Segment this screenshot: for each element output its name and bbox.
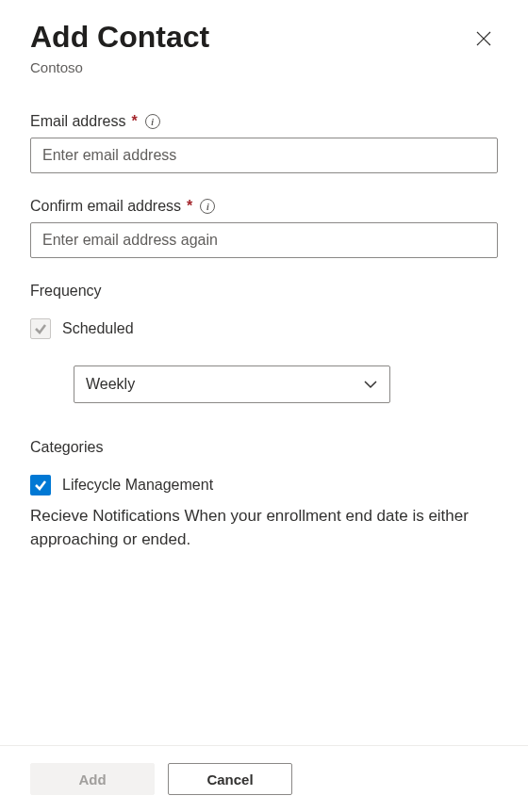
info-icon[interactable]: i (200, 199, 215, 214)
scheduled-label: Scheduled (62, 320, 134, 337)
page-title: Add Contact (30, 19, 209, 55)
email-input[interactable] (30, 138, 498, 173)
confirm-email-input[interactable] (30, 222, 498, 258)
frequency-section-label: Frequency (30, 283, 498, 300)
chevron-down-icon (363, 377, 378, 392)
lifecycle-description: Recieve Notifications When your enrollme… (30, 505, 498, 551)
panel-header: Add Contact (30, 19, 498, 56)
lifecycle-checkbox-row: Lifecycle Management (30, 475, 498, 495)
email-field-group: Email address * i (30, 113, 498, 173)
page-subtitle: Contoso (30, 59, 498, 75)
lifecycle-label: Lifecycle Management (62, 477, 213, 494)
confirm-email-label: Confirm email address (30, 198, 181, 215)
cancel-button[interactable]: Cancel (168, 763, 292, 795)
info-icon[interactable]: i (145, 114, 160, 129)
lifecycle-checkbox[interactable] (30, 475, 51, 495)
frequency-dropdown-value: Weekly (86, 376, 135, 393)
add-button[interactable]: Add (30, 763, 155, 795)
checkmark-icon (34, 479, 47, 492)
scheduled-checkbox-row: Scheduled (30, 318, 498, 339)
scheduled-checkbox (30, 318, 51, 339)
required-marker: * (187, 198, 192, 215)
panel-footer: Add Cancel (0, 745, 528, 812)
categories-section-label: Categories (30, 439, 498, 456)
email-label: Email address (30, 113, 125, 130)
close-button[interactable] (470, 24, 498, 56)
confirm-email-field-group: Confirm email address * i (30, 198, 498, 258)
required-marker: * (131, 113, 137, 130)
checkmark-icon (34, 322, 47, 335)
frequency-dropdown[interactable]: Weekly (74, 365, 390, 403)
close-icon (475, 30, 492, 47)
